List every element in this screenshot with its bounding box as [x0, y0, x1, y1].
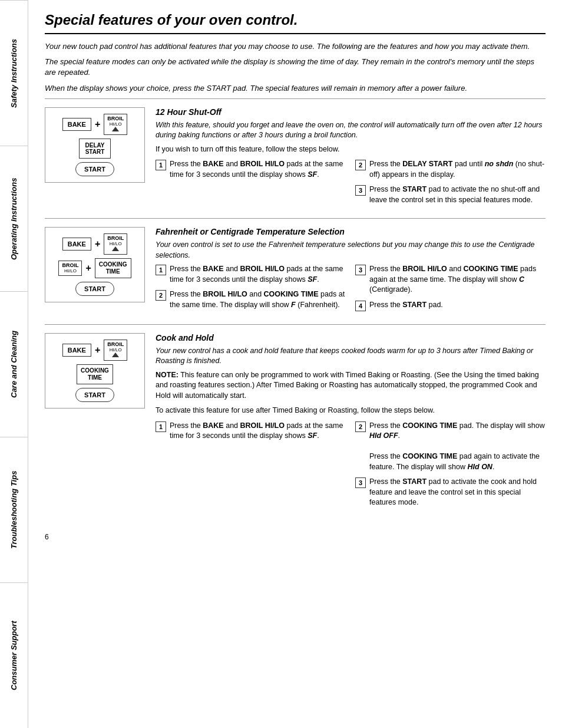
step-2-1: 1 Press the BAKE and BROIL HI/LO pads at…	[156, 264, 346, 285]
step-2-2: 2 Press the BROIL HI/LO and COOKING TIME…	[156, 289, 346, 310]
broil-pad-2: BROIL HI/LO	[104, 233, 127, 255]
step-text-1-2: Press the DELAY START pad until no shdn …	[369, 159, 546, 180]
cooking-time-pad-2: COOKINGTIME	[95, 258, 131, 278]
step-num-2-3: 3	[355, 265, 366, 275]
plus-2: +	[95, 239, 100, 249]
sidebar-item-safety: Safety Instructions	[0, 0, 28, 146]
step-text-2-2: Press the BROIL HI/LO and COOKING TIME p…	[170, 289, 346, 310]
title-shutoff: 12 Hour Shut-Off	[156, 107, 546, 117]
step-num-3-2: 2	[355, 421, 366, 432]
step-3-2: 2 Press the COOKING TIME pad. The displa…	[355, 421, 546, 473]
step-text-2-1: Press the BAKE and BROIL HI/LO pads at t…	[170, 264, 346, 285]
note-cookhold: NOTE: This feature can only be programme…	[156, 370, 546, 401]
title-fahrenheit: Fahrenheit or Centigrade Temperature Sel…	[156, 227, 546, 236]
content-shutoff: 12 Hour Shut-Off With this feature, shou…	[156, 107, 546, 210]
title-rule	[45, 33, 546, 34]
plus-3: +	[95, 345, 100, 355]
title-cookhold: Cook and Hold	[156, 333, 546, 342]
step-num-3-1: 1	[156, 421, 166, 432]
step-1-2: 2 Press the DELAY START pad until no shd…	[355, 159, 546, 180]
bake-pad-2: BAKE	[62, 238, 91, 251]
steps-cookhold-right: 2 Press the COOKING TIME pad. The displa…	[355, 421, 546, 513]
step-num-1-3: 3	[355, 185, 366, 196]
note-shutoff: If you wish to turn off this feature, fo…	[156, 144, 546, 155]
diagram-cookhold: BAKE + BROIL HI/LO COOKINGTIME START	[45, 333, 145, 409]
bake-pad-1: BAKE	[62, 118, 91, 131]
broil-pad-3: BROIL HI/LO	[104, 340, 127, 361]
broil-pad-2b: BROIL HI/LO	[58, 261, 82, 276]
step-1-3: 3 Press the START pad to activate the no…	[355, 185, 546, 205]
content-cookhold: Cook and Hold Your new control has a coo…	[156, 333, 546, 513]
sidebar-item-operating: Operating Instructions	[0, 146, 28, 291]
step-text-3-3: Press the START pad to activate the cook…	[369, 477, 546, 508]
sidebar-item-consumer: Consumer Support	[0, 582, 28, 728]
cooking-time-pad-3: COOKINGTIME	[77, 364, 113, 384]
section-cookhold: BAKE + BROIL HI/LO COOKINGTIME START Coo…	[45, 324, 546, 521]
sidebar-item-care: Care and Cleaning	[0, 291, 28, 437]
desc-fahrenheit: Your oven control is set to use the Fahr…	[156, 240, 546, 261]
intro-text-2: The special feature modes can only be ac…	[45, 57, 546, 78]
step-text-3-2: Press the COOKING TIME pad. The display …	[369, 421, 546, 473]
step-text-1-3: Press the START pad to activate the no s…	[369, 185, 546, 205]
steps-shutoff-right: 2 Press the DELAY START pad until no shd…	[355, 159, 546, 210]
steps-shutoff: 1 Press the BAKE and BROIL HI/LO pads at…	[156, 159, 546, 210]
step-3-3: 3 Press the START pad to activate the co…	[355, 477, 546, 508]
sidebar-item-troubleshooting: Troubleshooting Tips	[0, 437, 28, 582]
steps-fahrenheit-left: 1 Press the BAKE and BROIL HI/LO pads at…	[156, 264, 346, 316]
start-pad-1: START	[75, 162, 114, 176]
diagram-shutoff: BAKE + BROIL HI/LO DELAYSTART START	[45, 107, 145, 183]
intro-text-3: When the display shows your choice, pres…	[45, 83, 546, 94]
main-content: Special features of your oven control. Y…	[28, 0, 562, 728]
diagram-fahrenheit: BAKE + BROIL HI/LO BROIL HI/LO + COOKING…	[45, 227, 145, 302]
step-text-1-1: Press the BAKE and BROIL HI/LO pads at t…	[170, 159, 346, 180]
step-2-3: 3 Press the BROIL HI/LO and COOKING TIME…	[355, 264, 546, 295]
step-num-2-1: 1	[156, 265, 166, 275]
steps-cookhold: 1 Press the BAKE and BROIL HI/LO pads at…	[156, 421, 546, 513]
step-num-1-1: 1	[156, 160, 166, 170]
note2-cookhold: To activate this feature for use after T…	[156, 406, 546, 416]
section-fahrenheit: BAKE + BROIL HI/LO BROIL HI/LO + COOKING…	[45, 218, 546, 324]
intro-text-1: Your new touch pad control has additiona…	[45, 41, 546, 52]
steps-fahrenheit-right: 3 Press the BROIL HI/LO and COOKING TIME…	[355, 264, 546, 316]
steps-fahrenheit: 1 Press the BAKE and BROIL HI/LO pads at…	[156, 264, 546, 316]
step-text-2-3: Press the BROIL HI/LO and COOKING TIME p…	[369, 264, 546, 295]
step-text-3-1: Press the BAKE and BROIL HI/LO pads at t…	[170, 421, 346, 442]
step-2-4: 4 Press the START pad.	[355, 300, 546, 311]
page-number: 6	[45, 533, 546, 541]
step-num-2-4: 4	[355, 301, 366, 311]
desc-cookhold: Your new control has a cook and hold fea…	[156, 346, 546, 367]
start-pad-3: START	[75, 388, 114, 402]
step-3-1: 1 Press the BAKE and BROIL HI/LO pads at…	[156, 421, 346, 442]
steps-shutoff-left: 1 Press the BAKE and BROIL HI/LO pads at…	[156, 159, 346, 210]
plus-1: +	[95, 119, 100, 130]
delay-start-pad-1: DELAYSTART	[79, 139, 111, 159]
plus-2b: +	[85, 263, 91, 274]
step-num-2-2: 2	[156, 290, 166, 301]
bake-pad-3: BAKE	[62, 344, 91, 357]
page-title: Special features of your oven control.	[45, 12, 546, 28]
content-fahrenheit: Fahrenheit or Centigrade Temperature Sel…	[156, 227, 546, 316]
start-pad-2: START	[75, 282, 114, 296]
desc-shutoff: With this feature, should you forget and…	[156, 120, 546, 141]
step-num-3-3: 3	[355, 477, 366, 488]
step-num-1-2: 2	[355, 160, 366, 170]
broil-pad-1: BROIL HI/LO	[104, 114, 127, 135]
section-shutoff: BAKE + BROIL HI/LO DELAYSTART START 12 H…	[45, 98, 546, 219]
sidebar: Safety Instructions Operating Instructio…	[0, 0, 28, 728]
steps-cookhold-left: 1 Press the BAKE and BROIL HI/LO pads at…	[156, 421, 346, 513]
step-text-2-4: Press the START pad.	[369, 300, 443, 311]
step-1-1: 1 Press the BAKE and BROIL HI/LO pads at…	[156, 159, 346, 180]
